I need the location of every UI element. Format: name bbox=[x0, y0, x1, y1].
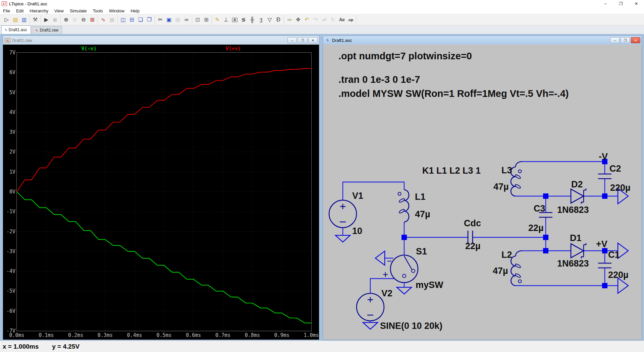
open-icon[interactable]: ▤ bbox=[11, 16, 20, 24]
spice-directive-text[interactable]: .model MYSW SW(Ron=1 Roff=1Meg Vt=.5 Vh=… bbox=[338, 88, 569, 99]
rotate-icon[interactable]: ↻ bbox=[329, 16, 337, 24]
symbol-circle bbox=[398, 192, 401, 195]
component-label[interactable]: +V bbox=[596, 239, 607, 249]
component-label[interactable]: 47µ bbox=[493, 266, 508, 276]
menu-item-view[interactable]: View bbox=[51, 8, 67, 14]
component-label[interactable]: C2 bbox=[609, 164, 621, 174]
component-label[interactable]: -V bbox=[599, 152, 608, 162]
cascade-windows-icon[interactable]: ❏ bbox=[136, 16, 145, 24]
component-label[interactable]: 1N6823 bbox=[557, 258, 589, 269]
component-label[interactable]: L2 bbox=[501, 250, 512, 260]
component-label[interactable]: 22µ bbox=[528, 223, 544, 233]
menu-item-simulate[interactable]: Simulate bbox=[67, 8, 90, 14]
tab-draft1-raw[interactable]: ∿Draft1.raw bbox=[32, 26, 62, 34]
spice-directive-text[interactable]: .tran 0 1e-3 0 1e-7 bbox=[338, 74, 420, 85]
wire-icon[interactable]: ✎ bbox=[213, 16, 222, 24]
move-icon[interactable]: ✥ bbox=[294, 16, 303, 24]
symbol bbox=[404, 190, 409, 222]
paste-icon[interactable]: ▤ bbox=[173, 16, 182, 24]
menu-item-edit[interactable]: Edit bbox=[13, 8, 26, 14]
waveform-restore-button[interactable]: ❐ bbox=[298, 37, 307, 43]
component-label[interactable]: L3 bbox=[501, 165, 512, 176]
component-label[interactable]: SINE(0 10 20k) bbox=[380, 321, 442, 331]
autorange-y-icon[interactable]: ∿ bbox=[99, 16, 108, 24]
diode-icon[interactable]: ▽ bbox=[265, 16, 274, 24]
trace-label-V-v[interactable]: V(-v) bbox=[82, 46, 97, 52]
menu-item-tools[interactable]: Tools bbox=[90, 8, 106, 14]
schematic-minimize-button[interactable]: – bbox=[610, 37, 620, 43]
component-label[interactable]: 22µ bbox=[465, 241, 481, 251]
component-label[interactable]: S1 bbox=[416, 246, 427, 257]
component-label[interactable]: 47µ bbox=[415, 209, 430, 220]
control-panel-icon[interactable]: ⚒ bbox=[31, 16, 40, 24]
zoom-full-extents-icon[interactable]: ⊠ bbox=[88, 16, 97, 24]
waveform-window-titlebar[interactable]: ∿ Draft1.raw – ❐ ✕ bbox=[3, 36, 319, 45]
label-net-icon[interactable]: A bbox=[230, 16, 239, 24]
copy-icon[interactable]: ▣ bbox=[165, 16, 173, 24]
print-icon[interactable]: ⊞ bbox=[202, 16, 211, 24]
component-label[interactable]: C3 bbox=[534, 203, 545, 214]
new-schematic-icon[interactable]: ▷ bbox=[2, 16, 11, 24]
spice-directive-icon[interactable]: .op bbox=[346, 16, 355, 24]
schematic-canvas[interactable]: .opt numdgt=7 plotwinsize=0.tran 0 1e-3 … bbox=[323, 45, 642, 340]
symbol bbox=[367, 297, 373, 315]
inductor-icon[interactable]: ʒ bbox=[257, 16, 265, 24]
run-icon[interactable]: ▶ bbox=[42, 16, 51, 24]
tab-draft1-asc[interactable]: ϟDraft1.asc bbox=[1, 25, 31, 34]
text-icon[interactable]: Aa bbox=[337, 16, 346, 24]
component-label[interactable]: 10 bbox=[352, 226, 362, 236]
junction-node bbox=[543, 248, 548, 253]
component-label[interactable]: Cdc bbox=[464, 218, 481, 229]
waveform-close-button[interactable]: ✕ bbox=[308, 37, 318, 43]
waveform-minimize-button[interactable]: – bbox=[287, 37, 297, 43]
component-label[interactable]: K1 L1 L2 L3 1 bbox=[422, 166, 481, 176]
save-icon[interactable]: ▥ bbox=[20, 16, 29, 24]
arrange-icons-icon[interactable]: ❐ bbox=[145, 16, 154, 24]
zoom-back-icon[interactable]: ⊙ bbox=[70, 16, 79, 24]
tile-vertical-icon[interactable]: ◫ bbox=[119, 16, 127, 24]
zoom-out-icon[interactable]: ⊖ bbox=[79, 16, 88, 24]
component-icon[interactable]: Ð bbox=[274, 16, 283, 24]
menu-item-file[interactable]: File bbox=[0, 8, 13, 14]
component-label[interactable]: 1N6823 bbox=[557, 205, 589, 215]
app-restore-button[interactable]: ❐ bbox=[613, 0, 629, 7]
trace-label-V+v[interactable]: V(+v) bbox=[226, 46, 241, 52]
spice-directive-text[interactable]: .opt numdgt=7 plotwinsize=0 bbox=[338, 51, 472, 62]
schematic-window-titlebar[interactable]: ϟ Draft1.asc – ❐ ✕ bbox=[323, 36, 642, 45]
app-titlebar[interactable]: 17 LTspice - Draft1.asc – ❐ ✕ bbox=[0, 0, 644, 7]
menu-item-window[interactable]: Window bbox=[106, 8, 127, 14]
component-label[interactable]: 220µ bbox=[610, 183, 631, 193]
component-label[interactable]: D2 bbox=[571, 179, 583, 190]
schematic-restore-button[interactable]: ❐ bbox=[621, 37, 630, 43]
component-label[interactable]: 47µ bbox=[493, 182, 509, 192]
mirror-icon[interactable]: ⇌ bbox=[320, 16, 329, 24]
waveform-plot-canvas[interactable]: V(-v)V(+v)7V6V5V4V3V2V1V0V-1V-2V-3V-4V-5… bbox=[3, 45, 319, 340]
menu-item-hierarchy[interactable]: Hierarchy bbox=[26, 8, 51, 14]
undo-icon[interactable]: ↶ bbox=[303, 16, 311, 24]
component-label[interactable]: 220µ bbox=[608, 270, 629, 280]
schematic-close-button[interactable]: ✕ bbox=[631, 37, 640, 43]
toolbar-group: ⊕⊙⊖⊠ bbox=[61, 15, 98, 24]
halt-icon[interactable]: ◼ bbox=[51, 16, 59, 24]
component-label[interactable]: V1 bbox=[352, 191, 363, 201]
plot-settings-icon[interactable]: ▦ bbox=[108, 16, 116, 24]
component-label[interactable]: mySW bbox=[416, 280, 443, 290]
drag-icon[interactable]: ∾ bbox=[285, 16, 294, 24]
resistor-icon[interactable]: ≶ bbox=[239, 16, 248, 24]
ground-icon[interactable]: ⊥ bbox=[222, 16, 230, 24]
cut-icon[interactable]: ✂ bbox=[156, 16, 165, 24]
component-label[interactable]: D1 bbox=[570, 233, 582, 243]
app-minimize-button[interactable]: – bbox=[598, 0, 613, 7]
x-axis-tick: 0.9ms bbox=[274, 332, 289, 338]
print-preview-icon[interactable]: ⊡ bbox=[193, 16, 202, 24]
redo-icon[interactable]: ↷ bbox=[311, 16, 320, 24]
zoom-in-icon[interactable]: ⊕ bbox=[62, 16, 70, 24]
component-label[interactable]: C1 bbox=[608, 250, 620, 260]
component-label[interactable]: L1 bbox=[415, 192, 426, 202]
capacitor-icon[interactable]: ╫ bbox=[248, 16, 257, 24]
app-close-button[interactable]: ✕ bbox=[629, 0, 644, 7]
tile-horizontal-icon[interactable]: ⊟ bbox=[127, 16, 136, 24]
find-icon[interactable]: ∞ bbox=[182, 16, 191, 24]
component-label[interactable]: V2 bbox=[381, 288, 392, 299]
menu-item-help[interactable]: Help bbox=[127, 8, 143, 14]
